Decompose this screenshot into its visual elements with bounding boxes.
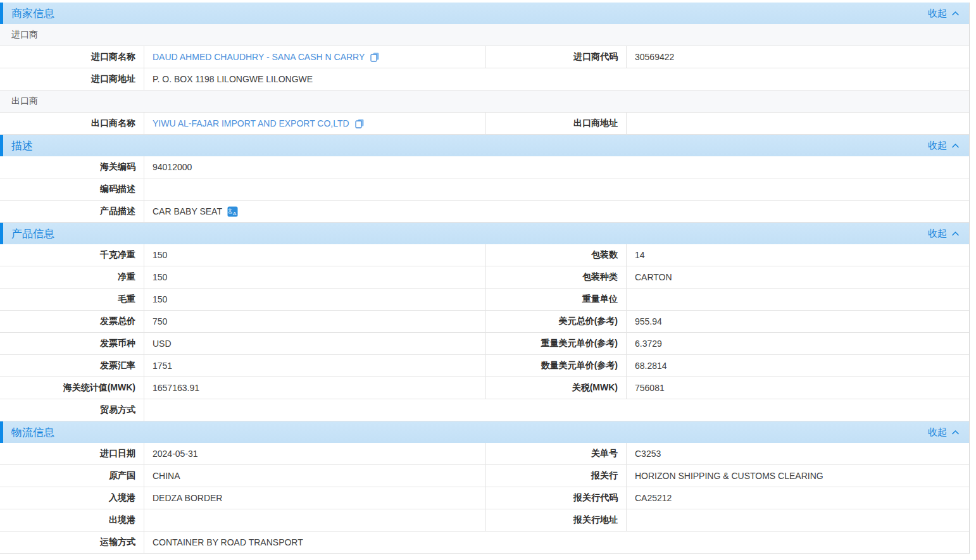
field-row-hs-code: 海关编码 94012000 (0, 156, 969, 178)
field-row-product-desc: 产品描述 CAR BABY SEAT 文A (0, 201, 969, 223)
customs-broker-value: HORIZON SHIPPING & CUSTOMS CLEARING (627, 465, 969, 487)
exporter-name-value: YIWU AL-FAJAR IMPORT AND EXPORT CO,LTD (144, 113, 486, 134)
collapse-label: 收起 (928, 8, 947, 20)
broker-address-label: 报关行地址 (486, 509, 627, 531)
field-row-invoice-currency: 发票币种 USD 重量美元单价(参考) 6.3729 (0, 333, 969, 355)
field-row-importer-name: 进口商名称 DAUD AHMED CHAUDHRY - SANA CASH N … (0, 46, 969, 68)
section-header-logistics: 物流信息 收起 (0, 421, 969, 443)
field-row-trade-mode: 贸易方式 (0, 399, 969, 421)
collapse-label: 收起 (928, 140, 947, 152)
importer-code-label: 进口商代码 (486, 46, 627, 68)
code-desc-label: 编码描述 (0, 178, 144, 200)
section-header-description: 描述 收起 (0, 135, 969, 156)
origin-country-label: 原产国 (0, 465, 144, 487)
hs-code-label: 海关编码 (0, 156, 144, 178)
field-row-net-weight-kg: 千克净重 150 包装数 14 (0, 244, 969, 266)
field-row-importer-address: 进口商地址 P. O. BOX 1198 LILONGWE LILONGWE (0, 68, 969, 90)
section-title-product: 产品信息 (11, 227, 54, 241)
field-row-invoice-total: 发票总价 750 美元总价(参考) 955.94 (0, 311, 969, 333)
usd-unit-price-qty-value: 68.2814 (627, 355, 969, 376)
collapse-button-merchant[interactable]: 收起 (928, 8, 960, 20)
package-count-label: 包装数 (486, 244, 627, 266)
chevron-up-icon (951, 11, 960, 16)
import-date-label: 进口日期 (0, 443, 144, 464)
field-row-exporter-name: 出口商名称 YIWU AL-FAJAR IMPORT AND EXPORT CO… (0, 113, 969, 135)
broker-address-value (627, 509, 969, 531)
section-header-product: 产品信息 收起 (0, 223, 969, 244)
net-weight-value: 150 (144, 266, 486, 288)
collapse-button-description[interactable]: 收起 (928, 140, 960, 152)
customs-doc-no-value: C3253 (627, 443, 969, 464)
usd-total-value: 955.94 (627, 311, 969, 332)
field-row-invoice-rate: 发票汇率 1751 数量美元单价(参考) 68.2814 (0, 355, 969, 377)
collapse-button-logistics[interactable]: 收起 (928, 426, 960, 439)
field-row-transport-mode: 运输方式 CONTAINER BY ROAD TRANSPORT (0, 532, 969, 554)
group-label-exporter: 出口商 (11, 96, 38, 107)
field-row-origin-country: 原产国 CHINA 报关行 HORIZON SHIPPING & CUSTOMS… (0, 465, 969, 487)
code-desc-value (144, 178, 969, 200)
field-row-customs-value: 海关统计值(MWK) 1657163.91 关税(MWK) 756081 (0, 377, 969, 399)
net-weight-kg-label: 千克净重 (0, 244, 144, 266)
chevron-up-icon (951, 143, 960, 149)
trade-record-detail: 商家信息 收起 进口商 进口商名称 DAUD AHMED CHAUDHRY - … (0, 3, 970, 554)
weight-unit-label: 重量单位 (486, 289, 627, 310)
importer-code-value: 30569422 (627, 46, 969, 68)
importer-address-value: P. O. BOX 1198 LILONGWE LILONGWE (144, 68, 969, 90)
invoice-total-value: 750 (144, 311, 486, 332)
weight-unit-value (627, 289, 969, 310)
collapse-label: 收起 (928, 426, 947, 439)
package-count-value: 14 (627, 244, 969, 266)
exporter-name-label: 出口商名称 (0, 113, 144, 134)
section-title-merchant: 商家信息 (11, 6, 54, 21)
hs-code-value: 94012000 (144, 156, 969, 178)
copy-icon[interactable] (370, 52, 380, 62)
package-type-value: CARTON (627, 266, 969, 288)
field-row-net-weight: 净重 150 包装种类 CARTON (0, 266, 969, 289)
translate-icon[interactable]: 文A (227, 206, 238, 217)
exporter-address-label: 出口商地址 (486, 113, 627, 134)
customs-doc-no-label: 关单号 (486, 443, 627, 464)
trade-mode-label: 贸易方式 (0, 399, 144, 421)
invoice-currency-value: USD (144, 333, 486, 354)
invoice-currency-label: 发票币种 (0, 333, 144, 354)
broker-code-value: CA25212 (627, 487, 969, 509)
exporter-address-value (627, 113, 969, 134)
group-row-exporter: 出口商 (0, 90, 969, 113)
gross-weight-label: 毛重 (0, 289, 144, 310)
import-date-value: 2024-05-31 (144, 443, 486, 464)
section-header-merchant: 商家信息 收起 (0, 3, 969, 24)
invoice-rate-label: 发票汇率 (0, 355, 144, 376)
transport-mode-label: 运输方式 (0, 532, 144, 553)
gross-weight-value: 150 (144, 289, 486, 310)
group-label-importer: 进口商 (11, 29, 38, 40)
trade-mode-value (144, 399, 969, 421)
exporter-name-link[interactable]: YIWU AL-FAJAR IMPORT AND EXPORT CO,LTD (153, 118, 365, 128)
transport-mode-value: CONTAINER BY ROAD TRANSPORT (144, 532, 969, 553)
field-row-import-date: 进口日期 2024-05-31 关单号 C3253 (0, 443, 969, 465)
collapse-button-product[interactable]: 收起 (928, 228, 960, 240)
svg-text:文: 文 (228, 207, 232, 213)
invoice-rate-value: 1751 (144, 355, 486, 376)
customs-broker-label: 报关行 (486, 465, 627, 487)
copy-icon[interactable] (354, 118, 365, 128)
package-type-label: 包装种类 (486, 266, 627, 288)
group-row-importer: 进口商 (0, 24, 969, 46)
product-desc-label: 产品描述 (0, 201, 144, 222)
customs-value-label: 海关统计值(MWK) (0, 377, 144, 399)
collapse-label: 收起 (928, 228, 947, 240)
customs-value-value: 1657163.91 (144, 377, 486, 399)
chevron-up-icon (951, 430, 960, 435)
importer-address-label: 进口商地址 (0, 68, 144, 90)
usd-unit-price-qty-label: 数量美元单价(参考) (486, 355, 627, 376)
chevron-up-icon (951, 231, 960, 237)
field-row-exit-port: 出境港 报关行地址 (0, 509, 969, 532)
usd-unit-price-weight-label: 重量美元单价(参考) (486, 333, 627, 354)
importer-name-label: 进口商名称 (0, 46, 144, 68)
entry-port-label: 入境港 (0, 487, 144, 509)
importer-name-link[interactable]: DAUD AHMED CHAUDHRY - SANA CASH N CARRY (153, 52, 380, 62)
product-desc-value: CAR BABY SEAT 文A (144, 201, 969, 222)
usd-unit-price-weight-value: 6.3729 (627, 333, 969, 354)
field-row-entry-port: 入境港 DEDZA BORDER 报关行代码 CA25212 (0, 487, 969, 509)
duty-label: 关税(MWK) (486, 377, 627, 399)
net-weight-label: 净重 (0, 266, 144, 288)
